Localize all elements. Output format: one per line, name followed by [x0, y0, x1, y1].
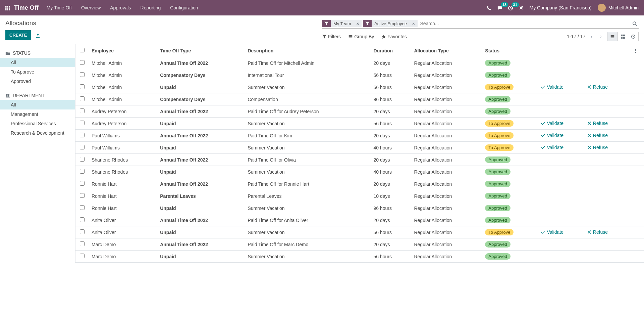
search-input[interactable]: [419, 19, 630, 28]
table-row[interactable]: Mitchell AdminAnnual Time Off 2022Paid T…: [75, 57, 644, 69]
facet-remove-icon[interactable]: ×: [354, 20, 362, 27]
row-checkbox[interactable]: [80, 72, 85, 77]
view-kanban-icon[interactable]: [618, 32, 628, 41]
row-checkbox[interactable]: [80, 96, 85, 101]
row-checkbox[interactable]: [80, 193, 85, 198]
row-checkbox[interactable]: [80, 60, 85, 65]
table-row[interactable]: Audrey PetersonUnpaidSummer Vacation56 h…: [75, 118, 644, 130]
th-employee[interactable]: Employee: [89, 44, 157, 57]
table-row[interactable]: Ronnie HartAnnual Time Off 2022Paid Time…: [75, 178, 644, 190]
table-row[interactable]: Mitchell AdminCompensatory DaysInternati…: [75, 69, 644, 81]
cell-type: Unpaid: [157, 202, 245, 214]
company-selector[interactable]: My Company (San Francisco): [530, 5, 592, 10]
table-row[interactable]: Ronnie HartParental LeavesParental Leave…: [75, 190, 644, 202]
th-duration[interactable]: Duration: [371, 44, 412, 57]
import-icon[interactable]: [36, 32, 40, 38]
table-row[interactable]: Marc DemoUnpaidSummer Vacation56 hoursRe…: [75, 251, 644, 263]
menu-item[interactable]: Overview: [81, 5, 101, 10]
sidebar-dept-item[interactable]: Research & Development: [0, 128, 75, 138]
row-checkbox[interactable]: [80, 241, 85, 246]
cell-validate: [538, 154, 584, 166]
cell-description: Summer Vacation: [245, 118, 371, 130]
row-checkbox[interactable]: [80, 217, 85, 222]
th-type[interactable]: Time Off Type: [157, 44, 245, 57]
cell-refuse: [584, 202, 628, 214]
row-checkbox[interactable]: [80, 181, 85, 186]
pager-next-icon[interactable]: ›: [598, 32, 604, 41]
cell-employee: Paul Williams: [89, 142, 157, 154]
favorites-button[interactable]: Favorites: [381, 34, 407, 39]
refuse-button[interactable]: Refuse: [587, 145, 608, 150]
search-bar[interactable]: My Team×Active Employee×: [322, 19, 639, 29]
cell-duration: 20 days: [371, 214, 412, 226]
refuse-button[interactable]: Refuse: [587, 133, 608, 138]
row-checkbox[interactable]: [80, 121, 85, 125]
th-alloc-type[interactable]: Allocation Type: [411, 44, 482, 57]
groupby-button[interactable]: Group By: [348, 34, 374, 39]
sidebar-dept-item[interactable]: Professional Services: [0, 119, 75, 128]
cell-validate: [538, 93, 584, 105]
view-activity-icon[interactable]: [628, 32, 639, 41]
menu-item[interactable]: Configuration: [170, 5, 198, 10]
cell-alloc-type: Regular Allocation: [411, 57, 482, 69]
validate-button[interactable]: Validate: [541, 84, 564, 90]
row-checkbox[interactable]: [80, 157, 85, 162]
messaging-icon[interactable]: 13: [497, 5, 502, 10]
apps-icon[interactable]: [5, 5, 10, 10]
th-optional-fields[interactable]: ⋮: [628, 44, 644, 57]
sidebar-status-item[interactable]: Approved: [0, 77, 75, 86]
search-icon[interactable]: [631, 21, 639, 26]
table-row[interactable]: Sharlene RhodesUnpaidSummer Vacation40 h…: [75, 166, 644, 178]
menu-item[interactable]: My Time Off: [47, 5, 72, 10]
row-checkbox[interactable]: [80, 229, 85, 234]
table-row[interactable]: Paul WilliamsAnnual Time Off 2022Paid Ti…: [75, 130, 644, 142]
sidebar-status-item[interactable]: To Approve: [0, 67, 75, 77]
table-row[interactable]: Paul WilliamsUnpaidSummer Vacation40 hou…: [75, 142, 644, 154]
row-checkbox[interactable]: [80, 169, 85, 174]
validate-button[interactable]: Validate: [541, 121, 564, 126]
cell-status: Approved: [482, 238, 538, 251]
table-row[interactable]: Sharlene RhodesAnnual Time Off 2022Paid …: [75, 154, 644, 166]
facet-remove-icon[interactable]: ×: [410, 20, 418, 27]
select-all-checkbox[interactable]: [80, 48, 85, 52]
menu-item[interactable]: Reporting: [141, 5, 161, 10]
refuse-button[interactable]: Refuse: [587, 121, 608, 126]
table-row[interactable]: Mitchell AdminCompensatory DaysCompensat…: [75, 93, 644, 105]
svg-rect-1: [7, 6, 8, 7]
row-checkbox[interactable]: [80, 84, 85, 89]
cell-employee: Ronnie Hart: [89, 202, 157, 214]
row-checkbox[interactable]: [80, 108, 85, 113]
th-description[interactable]: Description: [245, 44, 371, 57]
table-row[interactable]: Audrey PetersonAnnual Time Off 2022Paid …: [75, 105, 644, 118]
row-checkbox[interactable]: [80, 145, 85, 149]
filters-button[interactable]: Filters: [322, 34, 341, 39]
sidebar-status-item[interactable]: All: [0, 58, 75, 67]
validate-button[interactable]: Validate: [541, 133, 564, 138]
sidebar-dept-item[interactable]: All: [0, 100, 75, 109]
phone-icon[interactable]: [487, 5, 491, 10]
table-row[interactable]: Mitchell AdminUnpaidSummer Vacation56 ho…: [75, 81, 644, 93]
activities-icon[interactable]: 31: [508, 5, 513, 10]
refuse-button[interactable]: Refuse: [587, 84, 608, 90]
sidebar-dept-item[interactable]: Management: [0, 109, 75, 119]
validate-button[interactable]: Validate: [541, 229, 564, 235]
create-button[interactable]: CREATE: [5, 30, 31, 40]
refuse-button[interactable]: Refuse: [587, 229, 608, 235]
table-row[interactable]: Marc DemoAnnual Time Off 2022Paid Time O…: [75, 238, 644, 251]
app-brand[interactable]: Time Off: [14, 4, 39, 11]
table-row[interactable]: Ronnie HartUnpaidSummer Vacation96 hours…: [75, 202, 644, 214]
row-checkbox[interactable]: [80, 133, 85, 137]
row-checkbox[interactable]: [80, 205, 85, 210]
row-checkbox[interactable]: [80, 254, 85, 258]
table-row[interactable]: Anita OliverUnpaidSummer Vacation56 hour…: [75, 226, 644, 238]
cell-alloc-type: Regular Allocation: [411, 130, 482, 142]
validate-button[interactable]: Validate: [541, 145, 564, 150]
th-status[interactable]: Status: [482, 44, 538, 57]
pager-text[interactable]: 1-17 / 17: [567, 34, 585, 39]
debug-icon[interactable]: [519, 5, 524, 10]
menu-item[interactable]: Approvals: [110, 5, 131, 10]
user-menu[interactable]: Mitchell Admin: [598, 4, 639, 12]
table-row[interactable]: Anita OliverAnnual Time Off 2022Paid Tim…: [75, 214, 644, 226]
view-list-icon[interactable]: [607, 32, 618, 41]
pager-prev-icon[interactable]: ‹: [589, 32, 594, 41]
